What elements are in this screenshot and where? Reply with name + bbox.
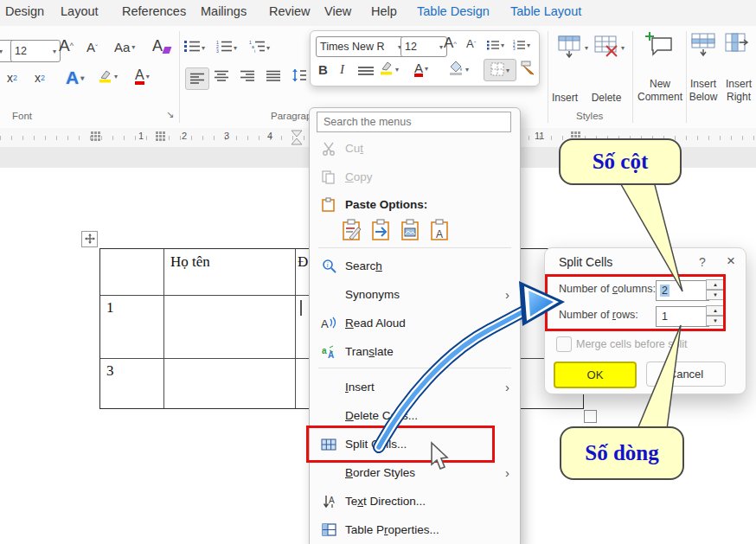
ruler-indent-marker[interactable]: [291, 130, 303, 149]
menu-search-input[interactable]: [317, 112, 511, 132]
close-icon[interactable]: ×: [727, 253, 735, 270]
ruler-table-column-marker[interactable]: [91, 131, 100, 141]
font-size-value: 12: [15, 45, 27, 57]
menu-item-table-properties[interactable]: Table Properties...: [310, 515, 520, 544]
group-divider: [179, 31, 180, 123]
paint-bucket-icon: [449, 61, 464, 78]
tab-table-design[interactable]: Table Design: [417, 4, 490, 18]
subscript-button[interactable]: x2: [7, 71, 17, 85]
change-case-button[interactable]: Aa▾: [114, 40, 135, 54]
table-cell-row3[interactable]: 3: [106, 362, 114, 380]
menu-separator: [318, 247, 511, 248]
new-comment-icon: [645, 31, 675, 60]
menu-item-translate[interactable]: aA Translate: [310, 337, 520, 366]
table-resize-handle[interactable]: [584, 410, 597, 423]
mini-borders-button[interactable]: ▾: [484, 59, 516, 81]
tab-layout[interactable]: Layout: [61, 4, 99, 18]
new-comment-button[interactable]: [645, 31, 675, 60]
copy-icon: [317, 170, 340, 184]
tab-table-layout[interactable]: Table Layout: [510, 4, 581, 18]
align-left-button[interactable]: [185, 67, 209, 90]
mini-shading-button[interactable]: ▾: [449, 61, 469, 78]
tab-view[interactable]: View: [324, 4, 351, 18]
tab-design[interactable]: Design: [5, 4, 44, 18]
merge-cells-checkbox[interactable]: [556, 336, 572, 352]
mini-bullets-button[interactable]: ▾: [487, 38, 504, 53]
mini-grow-font-button[interactable]: A^: [444, 35, 457, 52]
help-icon[interactable]: ?: [699, 255, 706, 269]
align-left-icon: [190, 72, 204, 86]
table-column-line: [295, 249, 296, 408]
new-comment-label: NewComment: [634, 78, 686, 104]
mini-shrink-font-button[interactable]: Aˇ: [466, 37, 476, 50]
mini-format-painter-button[interactable]: [520, 61, 535, 78]
mini-font-name-combo[interactable]: Times New R ▾: [316, 36, 406, 57]
menu-separator: [318, 368, 511, 368]
bullet-list-icon: [184, 40, 200, 55]
paste-keep-formatting-icon[interactable]: [343, 219, 362, 244]
mini-numbering-button[interactable]: 123▾: [513, 38, 530, 53]
callout-columns-text: Số cột: [593, 150, 649, 174]
paste-text-only-icon[interactable]: A: [431, 219, 451, 244]
menu-item-insert[interactable]: Insert ›: [310, 373, 520, 401]
menu-bar: Design Layout References Mailings Review…: [0, 0, 756, 26]
translate-icon: aA: [317, 345, 340, 359]
svg-text:i: i: [254, 48, 255, 53]
cancel-button[interactable]: Cancel: [646, 362, 726, 387]
font-color-button[interactable]: A ▾: [135, 67, 150, 85]
grow-font-button[interactable]: A^: [59, 36, 74, 55]
mini-font-color-button[interactable]: A▾: [414, 61, 428, 77]
ruler-number: 3: [224, 131, 229, 141]
menu-item-synonyms[interactable]: Synonyms ›: [310, 280, 520, 309]
insert-table-button[interactable]: ▾: [557, 35, 588, 61]
shrink-font-button[interactable]: Aˇ: [86, 40, 98, 54]
font-group-label: Font: [12, 111, 32, 121]
mini-italic-button[interactable]: I: [340, 62, 344, 77]
insert-below-button[interactable]: [691, 33, 715, 60]
table-cell-row1[interactable]: 1: [106, 299, 114, 317]
table-move-handle[interactable]: [81, 231, 98, 247]
mini-highlight-button[interactable]: ▾: [380, 61, 399, 78]
paste-merge-formatting-icon[interactable]: [372, 219, 392, 244]
highlight-color-button[interactable]: ▾: [99, 69, 118, 83]
insert-right-button[interactable]: [725, 33, 749, 60]
align-center-button[interactable]: [215, 69, 228, 84]
align-right-button[interactable]: [240, 69, 254, 84]
mini-bold-button[interactable]: B: [318, 62, 328, 77]
clear-formatting-button[interactable]: A: [152, 37, 170, 55]
mini-font-size-combo[interactable]: 12 ▾: [400, 36, 447, 57]
tab-help[interactable]: Help: [371, 4, 397, 18]
menu-item-cut[interactable]: Cut: [310, 134, 520, 163]
tab-references[interactable]: References: [122, 4, 186, 18]
mini-font-name-value: Times New R: [320, 41, 385, 53]
chevron-down-icon: ▾: [439, 43, 443, 51]
table-cell-header-partial[interactable]: Đ: [298, 253, 308, 271]
paste-picture-icon[interactable]: [401, 219, 421, 244]
grow-font-glyph: A: [444, 35, 453, 52]
line-spacing-button[interactable]: [292, 69, 306, 84]
tab-mailings[interactable]: Mailings: [201, 4, 247, 18]
svg-text:A: A: [436, 228, 443, 240]
superscript-button[interactable]: x2: [35, 71, 45, 85]
numbered-list-icon: 123: [216, 40, 232, 55]
read-aloud-icon: A: [317, 317, 340, 330]
justify-button[interactable]: [266, 69, 280, 84]
font-dialog-launcher[interactable]: ↘: [166, 109, 174, 120]
multilevel-list-button[interactable]: 1ai ▾: [249, 40, 270, 55]
ok-button[interactable]: OK: [554, 362, 637, 388]
font-size-combo[interactable]: 12 ▾: [10, 40, 61, 62]
menu-item-search[interactable]: i Search: [310, 252, 520, 280]
menu-item-text-direction[interactable]: A Text Direction...: [310, 487, 520, 515]
bullets-button[interactable]: ▾: [184, 40, 205, 55]
menu-item-read-aloud[interactable]: A Read Aloud: [310, 309, 520, 337]
svg-text:3: 3: [216, 48, 219, 53]
numbering-button[interactable]: 123 ▾: [216, 40, 237, 55]
text-effects-button[interactable]: A▾: [66, 67, 84, 88]
mini-styles-button[interactable]: [358, 64, 374, 79]
insert-right-label: InsertRight: [720, 78, 756, 104]
table-cell-header[interactable]: Họ tên: [170, 253, 210, 271]
tab-review[interactable]: Review: [269, 4, 311, 18]
ruler-table-column-marker[interactable]: [156, 131, 165, 141]
delete-table-button[interactable]: ▾: [593, 35, 625, 61]
menu-item-copy[interactable]: Copy: [310, 163, 520, 191]
